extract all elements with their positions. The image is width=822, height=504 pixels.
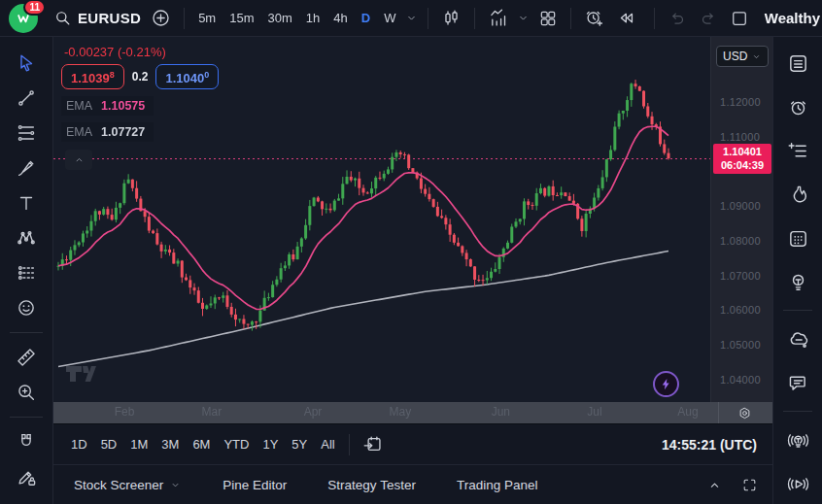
range-5Y-button[interactable]: 5Y xyxy=(285,434,314,454)
pencil-lock-tool-button[interactable] xyxy=(8,459,45,494)
sidebar-chat-button[interactable] xyxy=(779,364,816,401)
trend-line-icon xyxy=(16,87,37,109)
range-YTD-button[interactable]: YTD xyxy=(217,434,256,454)
range-6M-button[interactable]: 6M xyxy=(186,434,217,454)
range-All-button[interactable]: All xyxy=(314,434,341,454)
magnet-tool-button[interactable] xyxy=(8,424,45,459)
panel-tab-trading-panel[interactable]: Trading Panel xyxy=(451,477,544,493)
timeframe-dropdown-button[interactable] xyxy=(402,0,421,37)
create-alert-button[interactable] xyxy=(578,0,610,37)
timeframe-4h-button[interactable]: 4h xyxy=(326,0,354,37)
divider xyxy=(10,332,43,333)
sidebar-alarm-button[interactable] xyxy=(779,88,816,125)
quick-trade-button[interactable] xyxy=(653,371,679,397)
panel-tab-pine-editor[interactable]: Pine Editor xyxy=(217,477,292,493)
sidebar-cloud-chat-button[interactable] xyxy=(779,320,816,357)
month-label-may: May xyxy=(390,405,412,419)
sidebar-calendar-button[interactable] xyxy=(779,219,816,256)
panel-tab-label: Strategy Tester xyxy=(327,478,416,492)
live-play-icon xyxy=(787,473,809,495)
fullscreen-button[interactable] xyxy=(739,475,760,495)
square-icon xyxy=(730,9,749,28)
price-tick: 1.12000 xyxy=(720,96,761,108)
ema-fast-label: EMA xyxy=(66,99,92,113)
last-price-value: 1.10401 xyxy=(713,146,771,159)
calendar-icon xyxy=(787,227,809,250)
sidebar-live-play-button[interactable] xyxy=(779,465,816,502)
time-axis-settings-button[interactable] xyxy=(728,402,761,423)
timeframe-D-button[interactable]: D xyxy=(355,0,377,37)
timeframe-30m-button[interactable]: 30m xyxy=(261,0,299,37)
buy-price-button[interactable]: 1.10400 xyxy=(155,64,219,89)
timeframe-W-button[interactable]: W xyxy=(377,0,402,37)
panel-tab-stock-screener[interactable]: Stock Screener xyxy=(68,477,188,493)
brush-tool-button[interactable] xyxy=(8,151,45,185)
currency-dropdown[interactable]: USD xyxy=(716,46,769,67)
multichart-layout-button[interactable] xyxy=(532,0,564,37)
timeframe-5m-button[interactable]: 5m xyxy=(191,0,223,37)
range-5D-button[interactable]: 5D xyxy=(94,434,124,454)
bid-price: 1.1039 xyxy=(71,71,110,85)
chart-style-button[interactable] xyxy=(435,0,467,37)
compare-add-button[interactable] xyxy=(145,0,177,37)
zoom-in-icon xyxy=(16,382,37,403)
panel-expand-button[interactable] xyxy=(704,475,725,495)
timeframe-15m-button[interactable]: 15m xyxy=(223,0,260,37)
range-3M-button[interactable]: 3M xyxy=(154,434,186,454)
chevron-down-icon xyxy=(751,51,762,62)
sidebar-watchlist-button[interactable] xyxy=(779,45,816,82)
clock-utc-button[interactable]: 14:55:21 (UTC) xyxy=(656,424,763,465)
layout-select-button[interactable] xyxy=(724,0,755,37)
text-tool-button[interactable] xyxy=(8,185,45,220)
divider xyxy=(428,8,428,29)
range-1D-button[interactable]: 1D xyxy=(64,434,94,454)
legend-collapse-button[interactable] xyxy=(65,150,92,170)
goto-date-icon xyxy=(362,434,383,454)
smiley-icon xyxy=(16,297,37,319)
time-axis[interactable]: FebMarAprMayJunJulAug xyxy=(53,402,772,423)
timeframe-1h-button[interactable]: 1h xyxy=(299,0,326,37)
forecast-tool-button[interactable] xyxy=(8,255,45,290)
indicators-templates-button[interactable] xyxy=(514,0,532,37)
tradingview-watermark xyxy=(65,364,98,387)
goto-date-button[interactable] xyxy=(357,424,389,465)
panel-tab-strategy-tester[interactable]: Strategy Tester xyxy=(322,477,422,493)
zoom-in-tool-button[interactable] xyxy=(8,375,45,410)
redo-button[interactable] xyxy=(693,0,724,37)
symbol-name: EURUSD xyxy=(78,10,141,26)
ruler-tool-button[interactable] xyxy=(8,340,45,375)
divider xyxy=(10,417,43,418)
bar-replay-button[interactable] xyxy=(610,0,642,37)
undo-button[interactable] xyxy=(662,0,693,37)
xabcd-tool-button[interactable] xyxy=(8,220,45,255)
sidebar-add-note-button[interactable] xyxy=(779,132,816,169)
price-axis[interactable]: USD 1.120001.110001.090001.080001.070001… xyxy=(710,37,772,402)
trend-line-tool-button[interactable] xyxy=(8,81,45,116)
trading-app: 11 EURUSD 5m15m30m1h4hDW Wealthy xyxy=(0,0,822,504)
tradingview-logo-icon xyxy=(65,364,98,384)
cursor-tool-button[interactable] xyxy=(8,46,45,81)
sidebar-bulb-button[interactable] xyxy=(779,263,816,300)
app-logo[interactable]: 11 xyxy=(9,4,38,33)
sidebar-live-bulb-button[interactable] xyxy=(779,421,816,458)
indicators-button[interactable] xyxy=(482,0,514,37)
alarm-icon xyxy=(787,96,809,118)
fib-tool-button[interactable] xyxy=(8,116,45,151)
panel-tab-label: Pine Editor xyxy=(223,478,287,492)
flame-icon xyxy=(787,184,809,206)
chart-legend: -0.00237 (-0.21%) 1.10398 0.2 1.10400 EM… xyxy=(61,43,219,170)
undo-icon xyxy=(668,9,687,28)
alarm-plus-icon xyxy=(584,8,604,28)
drawing-toolbar xyxy=(0,37,53,504)
chart-area: -0.00237 (-0.21%) 1.10398 0.2 1.10400 EM… xyxy=(53,37,772,464)
month-label-apr: Apr xyxy=(304,405,323,419)
range-1M-button[interactable]: 1M xyxy=(123,434,154,454)
symbol-search-button[interactable]: EURUSD xyxy=(50,9,145,27)
panel-tab-label: Stock Screener xyxy=(74,478,163,492)
brand-label[interactable]: Wealthy xyxy=(765,10,820,26)
sell-price-button[interactable]: 1.10398 xyxy=(61,64,124,89)
sidebar-flame-button[interactable] xyxy=(779,176,816,213)
divider xyxy=(718,402,719,423)
range-1Y-button[interactable]: 1Y xyxy=(256,434,285,454)
smiley-tool-button[interactable] xyxy=(8,290,45,325)
